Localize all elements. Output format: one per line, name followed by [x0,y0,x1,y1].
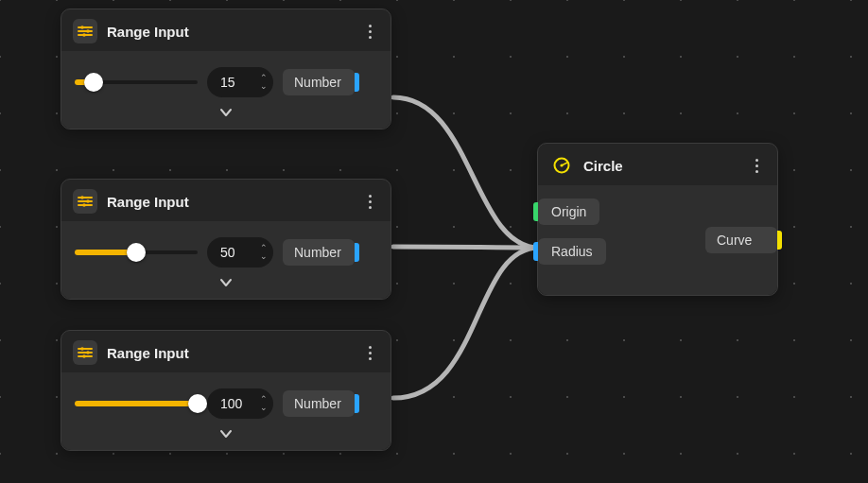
input-port-origin[interactable]: Origin [538,198,599,225]
svg-point-20 [560,164,563,166]
node-menu-button[interactable] [747,154,766,177]
expand-toggle[interactable] [61,423,391,446]
circle-icon [549,153,574,178]
node-menu-button[interactable] [360,20,379,43]
node-title: Range Input [107,345,351,361]
output-port-curve[interactable]: Curve [705,227,777,253]
chevron-down-icon [219,106,233,119]
svg-point-16 [86,351,90,354]
svg-point-9 [80,196,84,199]
expand-toggle[interactable] [61,102,391,125]
node-title: Range Input [107,194,351,210]
svg-point-5 [82,33,86,37]
slider-thumb[interactable] [84,73,103,92]
svg-point-4 [86,29,90,33]
svg-point-3 [80,26,84,29]
step-down-icon[interactable]: ⌄ [260,404,268,412]
chevron-down-icon [219,427,233,440]
range-slider[interactable] [75,73,198,92]
output-port-number[interactable]: Number [283,239,355,266]
step-down-icon[interactable]: ⌄ [260,82,268,91]
node-header[interactable]: Range Input [61,180,391,221]
node-title: Range Input [107,24,351,40]
value-stepper[interactable]: 100 ⌃⌄ [207,388,273,419]
value-display: 50 [220,245,260,260]
output-port-number[interactable]: Number [283,390,355,417]
range-input-node-3[interactable]: Range Input 100 ⌃⌄ Number [61,330,391,451]
svg-point-11 [82,203,86,207]
value-stepper[interactable]: 50 ⌃⌄ [207,237,273,267]
node-header[interactable]: Range Input [61,331,391,372]
sliders-icon [73,189,97,214]
sliders-icon [73,340,97,365]
range-slider[interactable] [75,394,198,413]
node-header[interactable]: Circle [538,144,777,185]
value-display: 100 [220,396,260,411]
slider-thumb[interactable] [127,243,146,262]
svg-point-10 [86,199,90,203]
node-menu-button[interactable] [360,190,379,213]
node-header[interactable]: Range Input [61,9,391,51]
expand-toggle[interactable] [61,272,391,295]
chevron-down-icon [219,276,233,289]
slider-thumb[interactable] [188,394,207,413]
range-input-node-1[interactable]: Range Input 15 ⌃⌄ Number [61,9,391,129]
output-port-number[interactable]: Number [283,69,355,95]
step-down-icon[interactable]: ⌄ [260,252,268,261]
value-stepper[interactable]: 15 ⌃⌄ [207,67,273,97]
node-menu-button[interactable] [360,341,379,364]
svg-point-17 [82,354,86,358]
sliders-icon [73,19,97,43]
circle-node[interactable]: Circle Origin Radius Curve [537,143,778,296]
svg-point-15 [80,347,84,351]
node-title: Circle [583,158,738,174]
input-port-radius[interactable]: Radius [538,238,606,265]
value-display: 15 [220,75,260,90]
range-input-node-2[interactable]: Range Input 50 ⌃⌄ Number [61,179,391,300]
range-slider[interactable] [75,243,198,262]
